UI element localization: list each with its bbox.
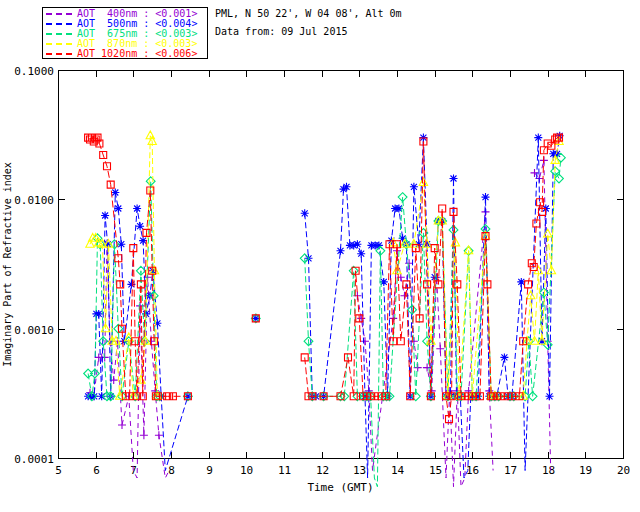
plot-canvas: 567891011121314151617181920Time (GMT)0.1… (0, 0, 640, 512)
series-aot-870nm (86, 131, 563, 399)
x-tick-label: 6 (93, 464, 100, 477)
y-tick-label: 0.0010 (14, 324, 54, 337)
series-line (88, 136, 560, 478)
series-line (88, 138, 559, 420)
series-aot-500nm (84, 132, 564, 478)
x-tick-label: 20 (617, 464, 630, 477)
triangle-marker-icon (86, 131, 563, 399)
y-tick-label: 0.0001 (14, 453, 54, 466)
x-tick-label: 13 (353, 464, 366, 477)
x-tick-label: 11 (278, 464, 291, 477)
y-tick-label: 0.1000 (14, 65, 54, 78)
x-tick-label: 15 (429, 464, 442, 477)
x-tick-label: 18 (542, 464, 555, 477)
y-tick-label: 0.0100 (14, 194, 54, 207)
x-tick-label: 9 (206, 464, 213, 477)
x-tick-label: 14 (391, 464, 405, 477)
x-tick-label: 19 (579, 464, 592, 477)
x-tick-label: 12 (316, 464, 329, 477)
aeronet-refractive-index-plot: PML, N 50 22', W 04 08', Alt 0m Data fro… (0, 0, 640, 512)
x-tick-label: 10 (240, 464, 253, 477)
x-axis-title: Time (GMT) (307, 481, 373, 494)
series-aot-1020nm (85, 134, 563, 423)
x-tick-label: 8 (168, 464, 175, 477)
x-tick-label: 5 (55, 464, 62, 477)
x-tick-label: 17 (504, 464, 517, 477)
